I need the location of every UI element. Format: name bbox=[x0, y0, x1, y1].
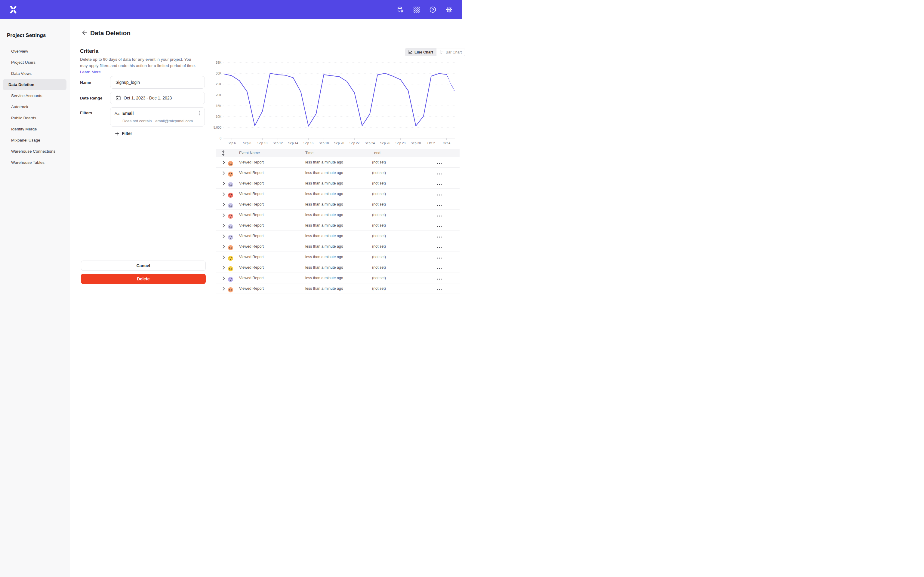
column-header-event-name[interactable]: Event Name bbox=[239, 149, 260, 157]
filter-card[interactable]: Aa Email Does not contain email@mixpanel… bbox=[110, 107, 205, 127]
table-row[interactable]: Viewed Reportless than a minute ago(not … bbox=[216, 210, 460, 220]
sidebar-item-data-deletion[interactable]: Data Deletion bbox=[3, 79, 66, 90]
row-end-value: (not set) bbox=[372, 252, 386, 262]
sidebar-item-mixpanel-usage[interactable]: Mixpanel Usage bbox=[3, 135, 66, 146]
bar-chart-icon bbox=[439, 50, 444, 55]
row-expand-chevron-icon[interactable] bbox=[222, 224, 226, 227]
bar-chart-toggle[interactable]: Bar Chart bbox=[436, 48, 462, 56]
filter-operator[interactable]: Does not contain bbox=[123, 119, 152, 123]
sidebar-item-project-users[interactable]: Project Users bbox=[3, 57, 66, 68]
row-expand-chevron-icon[interactable] bbox=[222, 266, 226, 269]
row-more-menu-icon[interactable] bbox=[436, 171, 443, 176]
add-filter-label: Filter bbox=[122, 131, 132, 136]
row-more-menu-icon[interactable] bbox=[436, 234, 443, 239]
row-end-value: (not set) bbox=[372, 157, 386, 168]
row-expand-chevron-icon[interactable] bbox=[222, 245, 226, 248]
row-more-menu-icon[interactable] bbox=[436, 265, 443, 271]
date-range-input[interactable]: Oct 1, 2023 - Dec 1, 2023 bbox=[110, 92, 205, 104]
row-time: less than a minute ago bbox=[305, 273, 343, 284]
y-axis-tick-label: 15K bbox=[216, 104, 221, 108]
sidebar-item-autotrack[interactable]: Autotrack bbox=[3, 101, 66, 113]
row-expand-chevron-icon[interactable] bbox=[222, 255, 226, 259]
date-range-label: Date Range bbox=[80, 96, 102, 100]
x-axis-tick-label: Sep 26 bbox=[380, 141, 390, 145]
row-expand-chevron-icon[interactable] bbox=[222, 234, 226, 238]
row-expand-chevron-icon[interactable] bbox=[222, 276, 226, 280]
sidebar-item-warehouse-tables[interactable]: Warehouse Tables bbox=[3, 157, 66, 168]
table-row[interactable]: Viewed Reportless than a minute ago(not … bbox=[216, 178, 460, 189]
table-row[interactable]: Viewed Reportless than a minute ago(not … bbox=[216, 273, 460, 284]
filter-condition[interactable]: Does not contain email@mixpanel.com bbox=[123, 119, 193, 123]
table-row[interactable]: Viewed Reportless than a minute ago(not … bbox=[216, 168, 460, 178]
mixpanel-logo[interactable] bbox=[9, 5, 18, 14]
delete-button[interactable]: Delete bbox=[81, 274, 206, 284]
x-axis-tick-label: Sep 30 bbox=[411, 141, 421, 145]
y-axis-tick-label: 30K bbox=[216, 71, 221, 75]
column-header-end[interactable]: _end bbox=[372, 149, 381, 157]
row-expand-chevron-icon[interactable] bbox=[222, 213, 226, 217]
table-row[interactable]: Viewed Reportless than a minute ago(not … bbox=[216, 231, 460, 241]
sidebar-item-service-accounts[interactable]: Service Accounts bbox=[3, 90, 66, 101]
add-filter-button[interactable]: Filter bbox=[115, 131, 132, 136]
filter-kebab-menu-icon[interactable] bbox=[197, 110, 203, 117]
column-header-time[interactable]: Time bbox=[305, 149, 313, 157]
table-row[interactable]: Viewed Reportless than a minute ago(not … bbox=[216, 199, 460, 210]
x-axis-tick-label: Sep 18 bbox=[319, 141, 329, 145]
settings-gear-icon[interactable] bbox=[445, 6, 453, 13]
row-expand-chevron-icon[interactable] bbox=[222, 287, 226, 288]
filter-value[interactable]: email@mixpanel.com bbox=[155, 119, 193, 123]
table-row[interactable]: Viewed Reportless than a minute ago(not … bbox=[216, 220, 460, 231]
row-end-value: (not set) bbox=[372, 220, 386, 231]
table-row[interactable]: Viewed Reportless than a minute ago(not … bbox=[216, 189, 460, 199]
row-more-menu-icon[interactable] bbox=[436, 202, 443, 207]
table-row[interactable]: Viewed Reportless than a minute ago(not … bbox=[216, 157, 460, 168]
table-row[interactable]: Viewed Reportless than a minute ago(not … bbox=[216, 252, 460, 262]
row-more-menu-icon[interactable] bbox=[436, 160, 443, 165]
row-expand-chevron-icon[interactable] bbox=[222, 192, 226, 196]
cancel-button[interactable]: Cancel bbox=[81, 261, 206, 271]
row-more-menu-icon[interactable] bbox=[436, 244, 443, 250]
table-row[interactable]: Viewed Reportless than a minute ago(not … bbox=[216, 284, 460, 288]
sort-arrows-icon[interactable] bbox=[221, 150, 226, 156]
row-event-name: Viewed Report bbox=[239, 189, 264, 199]
row-expand-chevron-icon[interactable] bbox=[222, 182, 226, 185]
row-more-menu-icon[interactable] bbox=[436, 255, 443, 260]
row-event-name: Viewed Report bbox=[239, 252, 264, 262]
learn-more-link[interactable]: Learn More bbox=[80, 70, 101, 74]
y-axis-tick-label: 25K bbox=[216, 82, 221, 86]
row-expand-chevron-icon[interactable] bbox=[222, 161, 226, 164]
row-more-menu-icon[interactable] bbox=[436, 223, 443, 228]
apps-grid-icon[interactable] bbox=[413, 6, 420, 13]
row-expand-chevron-icon[interactable] bbox=[222, 171, 226, 175]
row-time: less than a minute ago bbox=[305, 189, 343, 199]
table-row[interactable]: Viewed Reportless than a minute ago(not … bbox=[216, 241, 460, 252]
sidebar-item-data-views[interactable]: Data Views bbox=[3, 68, 66, 79]
criteria-description-text: Delete up to 90 days of data for any eve… bbox=[80, 57, 196, 68]
row-more-menu-icon[interactable] bbox=[436, 276, 443, 281]
sidebar-item-public-boards[interactable]: Public Boards bbox=[3, 113, 66, 124]
mixpanel-logo-icon bbox=[9, 5, 18, 14]
row-time: less than a minute ago bbox=[305, 262, 343, 273]
row-more-menu-icon[interactable] bbox=[436, 181, 443, 186]
sidebar-item-identity-merge[interactable]: Identity Merge bbox=[3, 124, 66, 135]
sidebar-item-warehouse-connections[interactable]: Warehouse Connections bbox=[3, 146, 66, 157]
row-expand-chevron-icon[interactable] bbox=[222, 203, 226, 206]
sidebar-item-overview[interactable]: Overview bbox=[3, 46, 66, 57]
help-icon[interactable]: ? bbox=[429, 6, 437, 13]
line-chart-toggle[interactable]: Line Chart bbox=[405, 48, 436, 56]
line-chart-icon bbox=[408, 50, 413, 55]
chart-type-toggle: Line Chart Bar Chart bbox=[405, 48, 462, 56]
row-more-menu-icon[interactable] bbox=[436, 286, 443, 288]
name-input[interactable]: Signup_login bbox=[110, 76, 205, 89]
row-time: less than a minute ago bbox=[305, 199, 343, 210]
row-end-value: (not set) bbox=[372, 273, 386, 284]
y-axis-tick-label: 0 bbox=[220, 137, 221, 140]
back-button[interactable] bbox=[81, 29, 89, 37]
row-time: less than a minute ago bbox=[305, 284, 343, 288]
table-row[interactable]: Viewed Reportless than a minute ago(not … bbox=[216, 262, 460, 273]
data-settings-icon[interactable] bbox=[396, 6, 404, 13]
row-event-name: Viewed Report bbox=[239, 241, 264, 252]
row-more-menu-icon[interactable] bbox=[436, 192, 443, 197]
row-more-menu-icon[interactable] bbox=[436, 213, 443, 218]
y-axis-tick-label: 5,000 bbox=[213, 126, 221, 129]
